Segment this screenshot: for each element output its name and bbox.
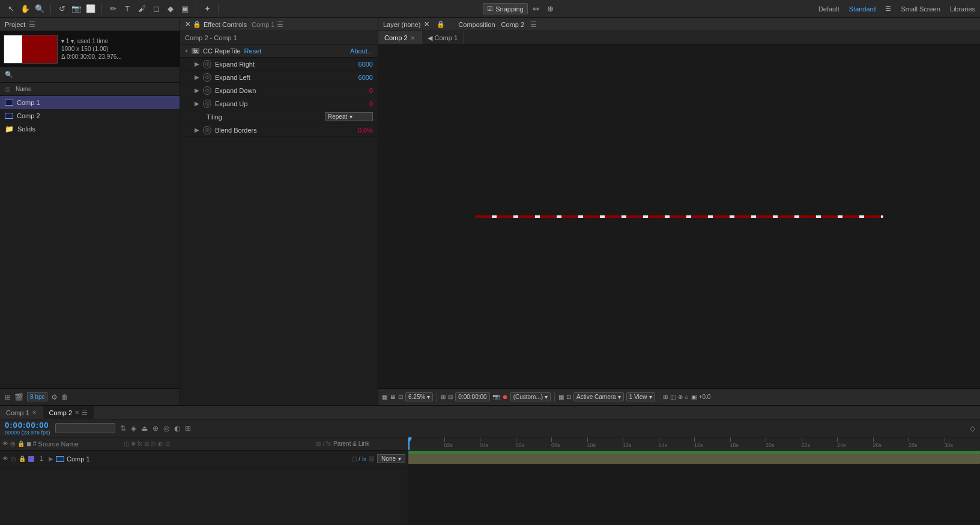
snapping-button[interactable]: ☑ Snapping [483, 3, 528, 14]
add-marker-icon[interactable]: ◇ [970, 424, 975, 433]
exposure-control[interactable]: +0.0 [699, 394, 711, 400]
layer-close-icon[interactable]: ✕ [424, 20, 429, 28]
viewer-grid-icon[interactable]: ▦ [382, 394, 387, 400]
effect-controls-close-icon[interactable]: ✕ [185, 20, 190, 28]
snapping-checkbox[interactable]: ☑ [487, 5, 493, 13]
draft-icon[interactable]: ◎ [163, 424, 169, 433]
switch-slash[interactable]: / [358, 455, 360, 462]
camera-icon[interactable]: 📷 [70, 3, 82, 15]
layer-expand-arrow[interactable]: ▶ [49, 455, 53, 462]
project-search-input[interactable] [16, 71, 175, 79]
region-icon[interactable]: ⊟ [448, 394, 453, 400]
switch1[interactable]: ◫ [351, 455, 357, 462]
preset-small-screen[interactable]: Small Screen [901, 5, 940, 13]
new-comp-icon[interactable]: 🎬 [14, 393, 23, 401]
comp-tab-comp2[interactable]: Comp 2 ✕ [378, 31, 422, 44]
switch-fx[interactable]: fx [362, 456, 366, 462]
timeline-tab-comp1-close[interactable]: ✕ [32, 409, 37, 416]
expand-up-value[interactable]: 0 [369, 100, 373, 107]
undo-icon[interactable]: ↺ [56, 3, 68, 15]
brush-tool-icon[interactable]: 🖌 [136, 3, 148, 15]
live-update-icon[interactable]: ⊕ [153, 424, 159, 433]
parent-link-dropdown[interactable]: None ▾ [377, 454, 405, 463]
enable-frames-icon[interactable]: ⏏ [141, 424, 148, 433]
layer-track-row-1[interactable] [408, 451, 980, 467]
hand-tool-icon[interactable]: ✋ [19, 3, 31, 15]
timeline-timecode[interactable]: 0:00:00:00 [5, 421, 49, 430]
zoom-dropdown[interactable]: 6.25% ▾ [405, 392, 433, 401]
proportional-icon[interactable]: ⇔ [530, 3, 542, 15]
effect-about-button[interactable]: About... [350, 47, 373, 55]
project-item-comp1[interactable]: Comp 1 [0, 96, 180, 109]
viewer-tool4[interactable]: ⌂ [685, 394, 689, 400]
eraser-tool-icon[interactable]: ◻ [150, 3, 162, 15]
expand-down-toggle[interactable]: ▶ [195, 87, 199, 94]
comp-tab-comp2-close[interactable]: ✕ [410, 35, 415, 41]
viewer-tool1[interactable]: ⊞ [663, 394, 668, 400]
comp-panel-menu-icon[interactable]: ☰ [530, 20, 537, 29]
view-count-dropdown[interactable]: 1 View ▾ [626, 392, 655, 401]
frame-blend-icon[interactable]: ⊞ [185, 424, 191, 433]
expand-left-value[interactable]: 6000 [358, 74, 373, 81]
viewer-tool3[interactable]: ⊕ [678, 394, 683, 400]
timeline-tab-comp2-close[interactable]: ✕ [74, 409, 79, 416]
timeline-tab-comp1[interactable]: Comp 1 ✕ [0, 406, 43, 419]
preset-standard[interactable]: Standard [849, 5, 876, 13]
blend-borders-toggle[interactable]: ▶ [195, 127, 199, 133]
project-item-solids[interactable]: 📁 Solids [0, 122, 180, 136]
new-folder-icon[interactable]: ⊞ [5, 393, 11, 401]
playhead[interactable] [408, 437, 410, 450]
delete-icon[interactable]: 🗑 [61, 393, 68, 401]
layer-visibility-icon[interactable]: 👁 [2, 455, 8, 462]
bpc-button[interactable]: 8 bpc [27, 392, 47, 401]
text-tool-icon[interactable]: T [121, 3, 133, 15]
expand-left-toggle[interactable]: ▶ [195, 74, 199, 80]
comp-viewer-canvas[interactable] [378, 45, 980, 388]
layer-solo-btn[interactable]: ◎ [11, 455, 16, 462]
puppet-icon[interactable]: ✦ [201, 3, 213, 15]
pen-tool-icon[interactable]: ✏ [107, 3, 119, 15]
viewer-monitor-icon[interactable]: 🖥 [390, 394, 396, 400]
effect-reset-button[interactable]: Reset [244, 47, 262, 55]
timeline-search-input[interactable] [55, 423, 115, 433]
comp-tab-comp1[interactable]: ◀ Comp 1 [422, 31, 465, 44]
box-icon[interactable]: ⬜ [85, 3, 97, 15]
zoom-tool-icon[interactable]: 🔍 [34, 3, 46, 15]
clone-icon[interactable]: ▣ [179, 3, 191, 15]
blend-borders-value[interactable]: 0.0% [358, 127, 373, 134]
layer-lock-btn[interactable]: 🔒 [19, 455, 26, 462]
timeline-tab-comp2[interactable]: Comp 2 ✕ ☰ [43, 406, 95, 419]
motion-blur-icon[interactable]: ◐ [174, 424, 180, 433]
center-icon[interactable]: ⊕ [545, 3, 557, 15]
timecode-display[interactable]: 0:00:00:00 [455, 392, 489, 401]
solo-icon[interactable]: ⇅ [120, 424, 126, 433]
paint-icon[interactable]: ◆ [165, 3, 177, 15]
hide-shy-icon[interactable]: ◈ [131, 424, 136, 433]
expand-up-toggle[interactable]: ▶ [195, 100, 199, 107]
viewer-icon2[interactable]: ⊡ [566, 394, 571, 400]
expand-down-value[interactable]: 0 [369, 87, 373, 94]
preset-libraries[interactable]: Libraries [950, 5, 975, 13]
effect-controls-menu-icon[interactable]: ☰ [277, 20, 283, 29]
effect-expand-arrow[interactable]: ▾ [185, 47, 188, 54]
fit-icon[interactable]: ⊞ [441, 394, 446, 400]
timeline-tab-menu-icon[interactable]: ☰ [82, 409, 88, 416]
expand-right-toggle[interactable]: ▶ [195, 61, 199, 67]
preset-default[interactable]: Default [818, 5, 839, 13]
layer-row-1[interactable]: 👁 ◎ 🔒 1 ▶ Comp 1 ◫ / fx ⛓ None ▾ [0, 451, 408, 467]
expand-right-value[interactable]: 6000 [358, 61, 373, 68]
viewer-tool5[interactable]: ▣ [691, 394, 697, 400]
record-icon[interactable]: ⏺ [502, 394, 508, 400]
select-tool-icon[interactable]: ↖ [5, 3, 17, 15]
project-settings-icon[interactable]: ⚙ [51, 393, 58, 401]
active-camera-dropdown[interactable]: Active Camera ▾ [573, 392, 624, 401]
tiling-select[interactable]: Repeat ▾ [325, 112, 373, 121]
project-panel-menu-icon[interactable]: ☰ [29, 20, 35, 29]
camera-capture-icon[interactable]: 📷 [492, 394, 500, 400]
effect-controls-lock-icon[interactable]: 🔒 [193, 20, 201, 28]
project-item-comp2[interactable]: Comp 2 [0, 109, 180, 122]
preset-menu-icon[interactable]: ☰ [885, 5, 891, 13]
viewer-tool2[interactable]: ◫ [670, 394, 676, 400]
viewer-icon1[interactable]: ▦ [558, 394, 564, 400]
view-preset-dropdown[interactable]: (Custom...) ▾ [510, 392, 551, 401]
